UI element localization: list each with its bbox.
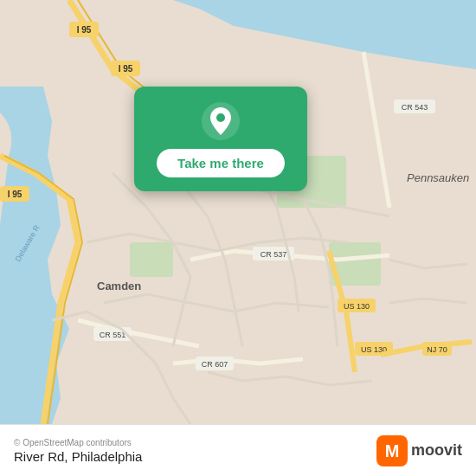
svg-text:I 95: I 95 <box>8 190 23 199</box>
svg-text:M: M <box>385 441 400 460</box>
location-pin-icon <box>202 102 240 140</box>
svg-text:CR 543: CR 543 <box>402 103 428 112</box>
svg-text:CR 537: CR 537 <box>261 250 287 259</box>
svg-text:Camden: Camden <box>97 280 141 293</box>
moovit-brand-text: moovit <box>411 441 462 460</box>
svg-point-28 <box>216 113 225 122</box>
take-me-there-button[interactable]: Take me there <box>157 149 285 177</box>
map-attribution: © OpenStreetMap contributors <box>14 438 142 447</box>
svg-rect-2 <box>130 242 173 277</box>
moovit-logo: M moovit <box>376 435 462 466</box>
svg-text:NJ 70: NJ 70 <box>427 345 447 354</box>
location-label: River Rd, Philadelphia <box>14 449 142 464</box>
map-container: I 95 I 95 I 95 CR 543 CR 537 US 130 US 1… <box>0 0 476 424</box>
svg-text:CR 607: CR 607 <box>202 360 228 369</box>
svg-text:I 95: I 95 <box>119 64 133 74</box>
svg-text:US 130: US 130 <box>344 302 370 311</box>
bottom-bar: © OpenStreetMap contributors River Rd, P… <box>0 424 476 476</box>
svg-text:I 95: I 95 <box>77 25 92 35</box>
svg-text:CR 551: CR 551 <box>100 331 126 339</box>
location-info: © OpenStreetMap contributors River Rd, P… <box>14 438 142 464</box>
moovit-logo-icon: M <box>376 435 408 466</box>
popup-card: Take me there <box>134 87 307 191</box>
svg-text:Pennsauken: Pennsauken <box>407 171 469 184</box>
